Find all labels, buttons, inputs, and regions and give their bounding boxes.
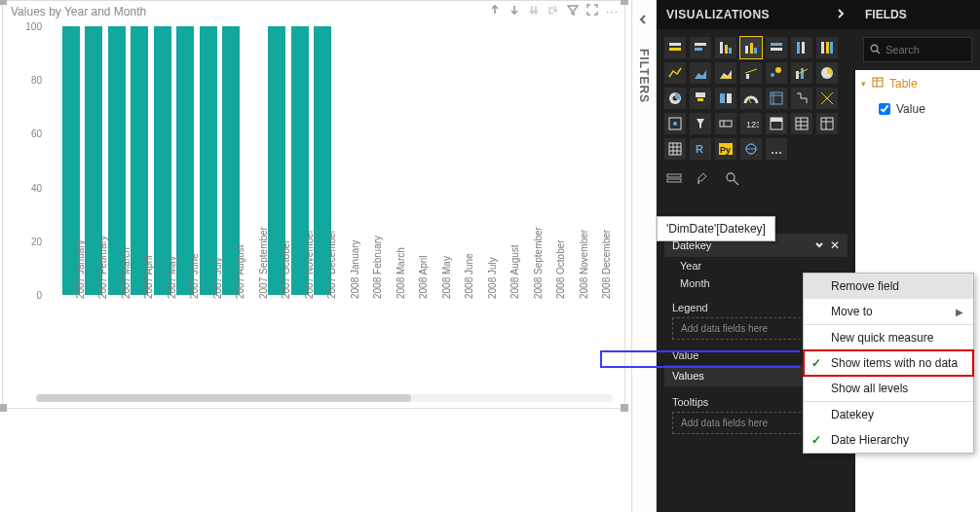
check-icon: ✓ — [811, 356, 821, 370]
chart-horizontal-scrollbar[interactable] — [36, 394, 613, 402]
viz-type-icon[interactable] — [816, 62, 838, 84]
svg-rect-5 — [725, 45, 728, 54]
scrollbar-thumb[interactable] — [36, 394, 411, 402]
viz-type-icon[interactable] — [766, 62, 787, 84]
viz-type-icon[interactable] — [791, 62, 812, 84]
context-menu-item[interactable]: ✓Date Hierarchy — [804, 427, 973, 453]
fields-table-name: Table — [889, 77, 918, 91]
resize-handle[interactable] — [621, 0, 628, 5]
focus-icon[interactable] — [586, 4, 598, 18]
viz-type-icon[interactable] — [690, 88, 711, 109]
svg-rect-15 — [826, 42, 829, 54]
check-icon: ✓ — [811, 433, 821, 447]
viz-type-icon[interactable] — [766, 138, 787, 160]
filter-icon[interactable] — [567, 4, 579, 18]
viz-type-icon[interactable] — [690, 37, 711, 58]
context-menu-item[interactable]: Move to▶ — [804, 299, 973, 324]
drill-up-icon[interactable] — [489, 4, 501, 18]
viz-type-icon[interactable]: Py — [715, 138, 736, 160]
expand-all-icon[interactable] — [528, 4, 540, 18]
svg-rect-37 — [821, 118, 833, 129]
viz-type-icon[interactable] — [740, 62, 762, 84]
resize-handle[interactable] — [621, 404, 628, 412]
viz-type-icon[interactable]: 123 — [740, 113, 762, 134]
context-menu-label: Remove field — [831, 279, 899, 293]
svg-rect-13 — [802, 42, 805, 54]
svg-point-31 — [673, 122, 677, 126]
svg-rect-25 — [696, 92, 705, 97]
y-axis: 020406080100 — [19, 26, 44, 295]
viz-type-icon[interactable]: R — [690, 138, 711, 160]
analytics-tab-icon[interactable] — [725, 171, 740, 187]
svg-rect-1 — [669, 48, 681, 51]
svg-rect-7 — [745, 46, 748, 54]
collapse-icon: ▾ — [861, 79, 866, 89]
viz-type-icon[interactable] — [715, 37, 736, 58]
more-icon[interactable]: ··· — [606, 5, 619, 18]
viz-type-icon[interactable] — [715, 113, 736, 134]
x-axis: 2007 January2007 February2007 March2007 … — [59, 295, 609, 392]
svg-text:123: 123 — [746, 120, 759, 129]
svg-rect-2 — [695, 43, 706, 46]
context-menu-item[interactable]: ✓Show items with no data — [804, 350, 973, 376]
drill-down-icon[interactable] — [509, 4, 520, 18]
viz-type-icon[interactable] — [690, 62, 711, 84]
svg-point-19 — [775, 67, 781, 73]
viz-type-icon[interactable] — [740, 88, 762, 109]
viz-type-icon[interactable] — [664, 88, 686, 109]
viz-type-icon[interactable] — [766, 113, 787, 134]
visualizations-title: VISUALIZATIONS — [666, 8, 770, 21]
context-menu-item[interactable]: Remove field — [804, 274, 973, 299]
viz-type-icon[interactable] — [791, 88, 812, 109]
context-menu-item[interactable]: Datekey — [804, 401, 973, 427]
resize-handle[interactable] — [0, 404, 7, 412]
svg-rect-26 — [697, 98, 703, 101]
resize-handle[interactable] — [0, 0, 7, 5]
viz-type-icon[interactable] — [740, 138, 762, 160]
y-axis-tick: 0 — [36, 290, 42, 301]
viz-type-icon[interactable] — [816, 37, 838, 58]
chart-visual[interactable]: Values by Year and Month ··· 02040608010… — [2, 0, 625, 409]
viz-type-icon[interactable] — [766, 88, 787, 109]
filters-pane-collapsed: FILTERS — [631, 0, 657, 512]
field-menu-icon[interactable] — [814, 239, 824, 251]
context-menu-item[interactable]: New quick measure — [804, 324, 973, 350]
field-checkbox[interactable] — [879, 103, 890, 115]
viz-type-icon[interactable] — [740, 37, 762, 58]
svg-point-43 — [772, 152, 773, 154]
viz-collapse-icon[interactable] — [836, 8, 846, 21]
viz-type-icon[interactable] — [791, 37, 812, 58]
viz-type-icon[interactable] — [715, 88, 736, 109]
viz-type-icon[interactable] — [766, 37, 787, 58]
fields-tab-icon[interactable] — [666, 171, 682, 187]
viz-type-icon[interactable] — [664, 62, 686, 84]
fields-search[interactable] — [863, 37, 972, 62]
viz-type-icon[interactable] — [664, 138, 686, 160]
viz-type-icon[interactable] — [715, 62, 736, 84]
viz-type-icon[interactable] — [816, 88, 838, 109]
svg-rect-0 — [669, 43, 681, 46]
field-item[interactable]: Value — [855, 97, 980, 121]
context-menu-item[interactable]: Show all levels — [804, 376, 973, 401]
context-menu-label: Move to — [831, 305, 873, 318]
viz-type-icon[interactable] — [816, 113, 838, 134]
viz-type-icon[interactable] — [791, 113, 812, 134]
y-axis-tick: 60 — [31, 128, 42, 139]
svg-rect-17 — [746, 74, 749, 79]
viz-type-icon[interactable] — [664, 37, 686, 58]
svg-rect-3 — [695, 48, 702, 51]
remove-field-icon[interactable]: ✕ — [830, 238, 840, 252]
svg-rect-12 — [797, 42, 800, 54]
table-icon — [872, 77, 884, 91]
fields-table-header[interactable]: ▾ Table — [855, 70, 980, 97]
pivot-icon[interactable] — [547, 4, 559, 18]
fields-search-input[interactable] — [886, 44, 963, 55]
viz-type-icon[interactable] — [664, 113, 686, 134]
svg-rect-9 — [754, 48, 757, 54]
visualizations-header: VISUALIZATIONS — [657, 0, 855, 29]
viz-type-icon[interactable] — [690, 113, 711, 134]
filters-collapse-icon[interactable] — [638, 14, 648, 27]
svg-point-49 — [871, 45, 878, 52]
svg-rect-46 — [667, 174, 681, 177]
format-tab-icon[interactable] — [696, 171, 711, 187]
